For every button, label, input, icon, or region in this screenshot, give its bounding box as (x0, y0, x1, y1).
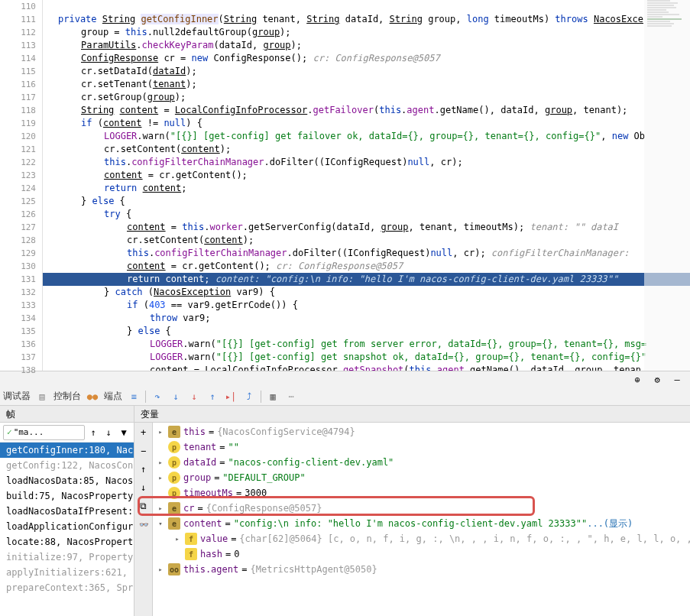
stack-frame[interactable]: applyInitializers:621, Spring (0, 565, 134, 580)
line-number: 117 (0, 91, 36, 104)
stack-frame[interactable]: loadNacosData:85, NacosP (0, 473, 134, 488)
code-column[interactable]: private String getConfigInner(String ten… (43, 0, 690, 371)
add-watch-icon[interactable]: + (137, 426, 151, 439)
line-number: 128 (0, 234, 36, 247)
debugger-tab[interactable]: 调试器 (3, 390, 31, 403)
frames-header: 帧 (0, 406, 134, 423)
glasses-icon[interactable]: 👓 (137, 517, 151, 531)
variables-pane: 变量 + − ↑ ↓ ⧉ 👓 ▸ethis = {NacosConfigServ… (134, 406, 690, 616)
prev-frame-icon[interactable]: ↑ (86, 426, 100, 439)
stack-frame[interactable]: loadNacosDataIfPresent:17 (0, 504, 134, 519)
line-number: 118 (0, 104, 36, 117)
debug-panel: 调试器 ▤ 控制台 ●● 端点 ≡ ↷ ↓ ↓ ↑ ▸| ⤴ ▦ ⋯ 帧 ✓"m… (0, 387, 690, 616)
run-to-cursor-icon[interactable]: ▸| (224, 390, 238, 404)
line-number: 114 (0, 52, 36, 65)
line-number: 130 (0, 260, 36, 273)
line-number: 126 (0, 208, 36, 221)
variable-row[interactable]: fhash = 0 (153, 546, 690, 562)
watch-down-icon[interactable]: ↓ (137, 481, 151, 494)
minimize-icon[interactable]: — (670, 373, 684, 387)
show-link[interactable]: ...(显示) (587, 517, 633, 530)
step-into-icon[interactable]: ↓ (169, 390, 183, 404)
line-number: 119 (0, 117, 36, 130)
variable-row[interactable]: ptenant = "" (153, 439, 690, 455)
current-execution-line: return content; content: "config:\n info… (43, 273, 690, 286)
expand-arrow-icon[interactable]: ▸ (156, 459, 165, 466)
copy-icon[interactable]: ⧉ (137, 499, 151, 513)
line-number: 121 (0, 143, 36, 156)
frame-list[interactable]: getConfigInner:180, NacosCgetConfig:122,… (0, 443, 134, 616)
var-name: tenant (183, 442, 216, 452)
expand-arrow-icon[interactable]: ▸ (156, 504, 165, 512)
var-value: "" (228, 442, 239, 452)
line-number: 122 (0, 156, 36, 169)
thread-selector[interactable]: ✓"ma... (3, 425, 85, 440)
line-number: 129 (0, 247, 36, 260)
variable-row[interactable]: ▸pgroup = "DEFAULT_GROUP" (153, 470, 690, 485)
stack-frame[interactable]: build:75, NacosPropertySo (0, 488, 134, 504)
var-value: "DEFAULT_GROUP" (222, 472, 305, 483)
expand-arrow-icon[interactable]: ▸ (156, 474, 165, 481)
var-value: 3000 (245, 488, 267, 498)
var-value: {NacosConfigService@4794} (217, 426, 355, 437)
expand-arrow-icon[interactable]: ▾ (156, 520, 165, 527)
variable-row[interactable]: ptimeoutMs = 3000 (153, 485, 690, 501)
stack-frame[interactable]: locate:88, NacosPropertyS (0, 534, 134, 550)
frames-pane: 帧 ✓"ma... ↑ ↓ ▼ getConfigInner:180, Naco… (0, 406, 134, 616)
remove-watch-icon[interactable]: − (137, 444, 151, 458)
expand-arrow-icon[interactable]: ▸ (156, 428, 165, 436)
var-value: "nacos-config-client-dev.yaml" (228, 457, 394, 468)
line-number: 132 (0, 286, 36, 299)
breakpoints-tab[interactable]: 端点 (104, 390, 122, 403)
var-type-icon: f (185, 533, 197, 545)
settings-icon[interactable]: ⚙ (650, 373, 664, 387)
var-name: content (183, 518, 222, 529)
drop-frame-icon[interactable]: ⤴ (242, 390, 256, 404)
line-number: 116 (0, 78, 36, 91)
line-number: 134 (0, 312, 36, 325)
more-icon[interactable]: ⋯ (284, 390, 298, 404)
var-value: "config:\n info: "hello I'm nacos-config… (234, 518, 587, 529)
threads-icon[interactable]: ≡ (127, 390, 141, 404)
line-number: 113 (0, 39, 36, 52)
next-frame-icon[interactable]: ↓ (102, 426, 115, 439)
force-step-into-icon[interactable]: ↓ (187, 390, 201, 404)
evaluate-icon[interactable]: ▦ (266, 390, 280, 404)
target-icon[interactable]: ⊕ (630, 373, 644, 387)
watch-up-icon[interactable]: ↑ (137, 462, 151, 476)
console-icon[interactable]: ▤ (35, 390, 49, 404)
console-tab[interactable]: 控制台 (53, 390, 81, 403)
line-number: 123 (0, 169, 36, 182)
stack-frame[interactable]: loadApplicationConfigurati (0, 519, 134, 534)
line-number: 127 (0, 221, 36, 234)
var-value: {ConfigResponse@5057} (206, 503, 322, 514)
line-number: 136 (0, 338, 36, 351)
var-type-icon: e (168, 502, 180, 514)
line-number: 133 (0, 299, 36, 312)
variable-row[interactable]: ▸fvalue = {char[62]@5064} [c, o, n, f, i… (153, 531, 690, 546)
line-number: 124 (0, 182, 36, 195)
step-out-icon[interactable]: ↑ (206, 390, 219, 404)
stack-frame[interactable]: prepareContext:365, Spring (0, 580, 134, 595)
var-type-icon: p (168, 441, 180, 453)
breakpoints-icon[interactable]: ●● (86, 390, 99, 404)
stack-frame[interactable]: getConfig:122, NacosConfi (0, 458, 134, 473)
step-over-icon[interactable]: ↷ (151, 390, 164, 404)
stack-frame[interactable]: getConfigInner:180, NacosC (0, 443, 134, 458)
variable-row[interactable]: ▸pdataId = "nacos-config-client-dev.yaml… (153, 455, 690, 470)
expand-arrow-icon[interactable]: ▸ (173, 535, 182, 543)
variables-tree[interactable]: ▸ethis = {NacosConfigService@4794}ptenan… (153, 423, 690, 616)
stack-frame[interactable]: initialize:97, PropertySourc (0, 550, 134, 565)
var-value: 0 (234, 549, 239, 559)
expand-arrow-icon[interactable]: ▸ (156, 566, 165, 573)
filter-icon[interactable]: ▼ (117, 426, 131, 439)
variable-row[interactable]: ▸ethis = {NacosConfigService@4794} (153, 424, 690, 439)
code-minimap[interactable] (644, 0, 690, 371)
line-number: 111 (0, 13, 36, 26)
variable-row[interactable]: ▸oothis.agent = {MetricsHttpAgent@5050} (153, 562, 690, 577)
variable-row[interactable]: ▾econtent = "config:\n info: "hello I'm … (153, 516, 690, 531)
code-editor[interactable]: 110 111 112 113 114 115 116 117 118 119 … (0, 0, 690, 371)
var-type-icon: e (168, 426, 180, 438)
variable-row[interactable]: ▸ecr = {ConfigResponse@5057} (153, 501, 690, 516)
var-name: this (183, 426, 206, 437)
